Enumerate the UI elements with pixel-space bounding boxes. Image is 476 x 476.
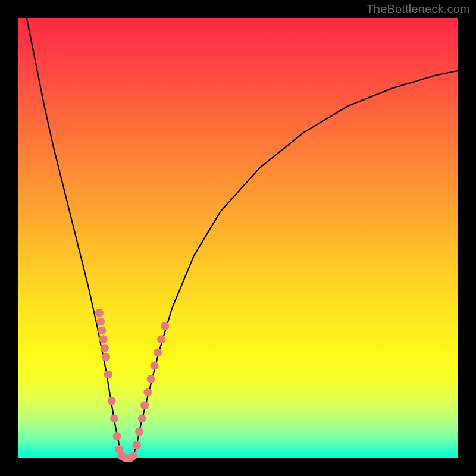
bottleneck-curve	[27, 18, 458, 458]
accent-dot	[138, 414, 146, 422]
curve-svg	[18, 18, 458, 458]
accent-dot	[104, 370, 112, 378]
watermark-text: TheBottleneck.com	[366, 2, 470, 16]
accent-dot	[143, 388, 152, 396]
accent-dot	[161, 322, 169, 330]
accent-dot	[157, 335, 165, 343]
accent-dot	[147, 375, 155, 383]
accent-dot	[110, 414, 118, 422]
chart-stage: TheBottleneck.com	[0, 0, 476, 476]
accent-dot	[96, 318, 105, 326]
accent-dot	[101, 344, 109, 352]
accent-dot	[102, 353, 110, 361]
accent-dot	[150, 362, 158, 370]
accent-dot	[133, 441, 141, 449]
accent-dot	[108, 397, 116, 405]
accent-dot	[154, 348, 162, 356]
accent-dot	[129, 452, 137, 460]
plot-area	[18, 18, 458, 458]
accent-dot	[95, 309, 104, 317]
accent-dot	[113, 432, 121, 440]
accent-dot	[98, 326, 106, 334]
accent-dot	[140, 401, 149, 409]
accent-dot	[99, 335, 108, 343]
accent-dots	[95, 309, 169, 462]
accent-dot	[135, 428, 143, 436]
